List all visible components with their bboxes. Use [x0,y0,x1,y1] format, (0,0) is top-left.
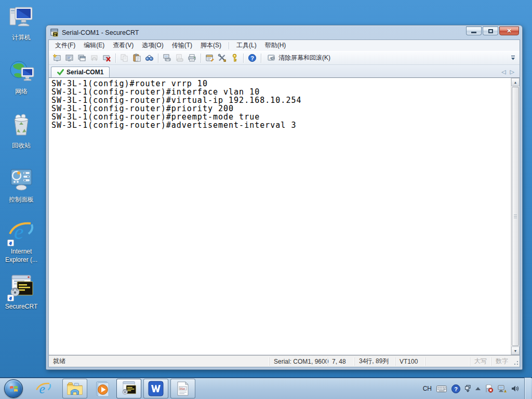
desktop-icon-securecrt[interactable]: SecureCRT [1,272,42,311]
connect-icon[interactable] [63,52,75,64]
tab-scroll-right-icon[interactable]: ▷ [510,69,514,75]
status-bar: 就绪 Serial: COM1, 9600 7, 48 34行, 89列 VT1… [49,355,520,367]
status-num-lock: 数字 [491,357,512,366]
terminal-line: SW-3L-1(config-router)#interface vlan 10 [51,88,511,96]
media-player-icon [94,380,110,397]
control-panel-icon [1,165,42,193]
start-button[interactable] [4,379,23,398]
menu-view[interactable]: 查看(V) [109,39,138,51]
system-tray: CH ? [423,384,522,393]
paste-icon[interactable] [131,52,143,64]
svg-text:?: ? [454,385,458,392]
tray-help-icon[interactable]: ? [451,384,460,393]
terminal-screen[interactable]: SW-3L-1(config)#router vrrp 10SW-3L-1(co… [49,78,511,355]
desktop-icon-label: 计算机 [1,33,42,42]
print-icon[interactable] [186,52,198,64]
desktop-icon-label: 网络 [1,87,42,96]
volume-icon[interactable] [511,385,519,392]
quick-connect-icon[interactable] [51,52,63,64]
explorer-folder-icon [66,381,83,396]
global-options-icon[interactable] [216,52,228,64]
action-center-icon[interactable] [485,384,493,393]
taskbar-item-media-player[interactable] [89,379,114,398]
desktop-icon-recycle-bin[interactable]: 回收站 [1,111,42,150]
vertical-scrollbar[interactable]: ▲ ▼ [511,78,520,355]
status-serial: Serial: COM1, 9600 [269,357,327,366]
menu-file[interactable]: 文件(F) [51,39,79,51]
connected-check-icon [57,69,64,75]
menu-tools[interactable]: 工具(L) [232,39,261,51]
network-status-icon[interactable] [498,385,507,393]
terminal-wrap: SW-3L-1(config)#router vrrp 10SW-3L-1(co… [49,77,520,355]
recycle-bin-icon [1,111,42,139]
taskbar-item-internet-explorer[interactable]: e [31,379,56,398]
terminal-line: SW-3L-1(config)#router vrrp 10 [51,79,511,88]
scrollbar-thumb[interactable] [512,87,519,346]
status-caps-lock: 大写 [470,357,491,366]
terminal-line: SW-3L-1(config-router)#virtual-ip 192.16… [51,96,511,104]
keyboard-icon[interactable] [436,385,447,392]
desktop-icon-control-panel[interactable]: 控制面板 [1,165,42,204]
menu-options[interactable]: 选项(O) [138,39,167,51]
windows-logo-icon [9,384,19,394]
key-agent-icon[interactable] [229,52,241,64]
ie-taskbar-icon: e [35,380,52,397]
menu-bar: 文件(F) 编辑(E) 查看(V) 选项(O) 传输(T) 脚本(S) 工具(L… [49,40,520,51]
terminal-line: SW-3L-1(config-router)#preempt-mode true [51,113,511,121]
svg-text:A: A [270,57,272,60]
help-icon[interactable]: ? [246,52,258,64]
taskbar-item-wps[interactable] [143,379,168,398]
find-icon[interactable] [143,52,155,64]
svg-text:0&a: 0&a [180,387,185,390]
window-switcher-icon[interactable] [465,385,471,392]
scrollbar-up-button[interactable]: ▲ [511,78,520,86]
status-screen-size: 34行, 89列 [354,357,395,366]
tab-scroll-left-icon[interactable]: ◁ [501,69,506,75]
close-button[interactable]: ✕ [499,26,519,35]
scrollbar-down-button[interactable]: ▼ [511,347,520,355]
status-cursor-position: 7, 48 [327,357,354,366]
print-selection-icon[interactable] [161,52,173,64]
copy-icon[interactable] [118,52,130,64]
minimize-button[interactable] [466,26,482,35]
desktop-icon-label: 控制面板 [1,195,42,204]
tab-serial-com1[interactable]: Serial-COM1 [51,66,110,77]
print-preview-icon[interactable] [174,52,185,64]
menu-separator [229,42,229,49]
wps-writer-icon [148,381,164,396]
securecrt-icon [1,272,42,300]
shortcut-arrow-icon [7,295,14,301]
taskbar-item-document[interactable]: 0&a [170,379,195,398]
desktop-icon-label: SecureCRT [1,302,42,311]
menu-transfer[interactable]: 传输(T) [168,39,196,51]
status-emulation: VT100 [395,357,425,366]
desktop-icon-label: 回收站 [1,141,42,150]
toolbar-separator [158,54,158,63]
desktop-icon-computer[interactable]: 计算机 [1,3,42,42]
clear-screen-button[interactable]: A 清除屏幕和回滚(K) [264,52,334,63]
connect-in-tab-icon[interactable] [76,52,88,64]
language-indicator[interactable]: CH [423,385,432,392]
toolbar-separator [243,54,244,63]
app-icon [50,29,59,37]
show-hidden-icons-button[interactable] [475,387,481,390]
disconnect-icon[interactable] [101,52,113,64]
toolbar-overflow-icon[interactable] [509,54,517,62]
show-desktop-button[interactable] [524,378,531,399]
computer-icon [1,3,42,31]
title-bar[interactable]: Serial-COM1 - SecureCRT ✕ [46,25,522,39]
desktop-icon-internet-explorer[interactable]: e Internet Explorer (... [1,217,42,264]
resize-grip[interactable] [512,357,520,366]
menu-help[interactable]: 帮助(H) [261,39,290,51]
session-options-icon[interactable] [204,52,216,64]
document-icon: 0&a [176,381,190,396]
maximize-button[interactable] [483,26,498,35]
status-spacer [425,357,470,366]
taskbar-item-explorer[interactable] [62,379,87,398]
toolbar: ? A 清除屏幕和回滚(K) [49,51,520,65]
desktop-icon-network[interactable]: 网络 [1,57,42,96]
menu-script[interactable]: 脚本(S) [196,39,225,51]
reconnect-icon[interactable] [88,52,100,64]
taskbar-item-securecrt[interactable] [116,379,141,398]
menu-edit[interactable]: 编辑(E) [79,39,109,51]
